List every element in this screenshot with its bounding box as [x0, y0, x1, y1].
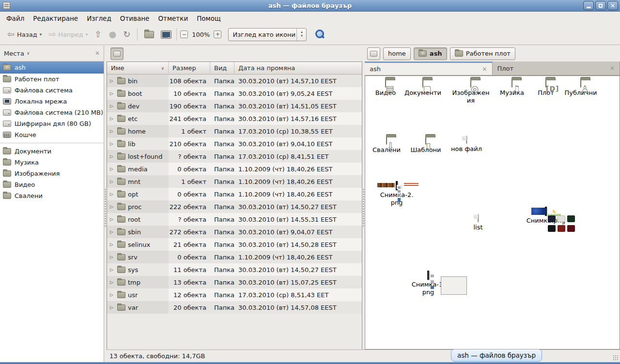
sidebar-item[interactable]: Работен плот	[0, 74, 104, 85]
menu-item[interactable]: Изглед	[82, 13, 116, 24]
sidebar-title[interactable]: Места	[4, 50, 24, 57]
back-button[interactable]: ⇦ Назад ▾	[4, 27, 45, 42]
expander-icon[interactable]: ▷	[110, 129, 115, 134]
menu-item[interactable]: Помощ	[192, 13, 225, 24]
sidebar-item[interactable]: Свалени	[0, 190, 104, 201]
file-item-list[interactable]: list	[461, 214, 495, 231]
expander-icon[interactable]: ▷	[110, 267, 115, 272]
folder-item-video[interactable]: ▤ Видео	[365, 80, 406, 97]
folder-item-templates[interactable]: ▯ Шаблони	[405, 137, 446, 154]
expander-icon[interactable]: ▷	[110, 78, 115, 83]
sidebar-item[interactable]: Кошче	[0, 129, 104, 140]
expander-icon[interactable]: ▷	[110, 305, 115, 310]
sidebar-item[interactable]: Изображения	[0, 168, 104, 179]
sidebar-item[interactable]: Видео	[0, 179, 104, 190]
folder-item-downloads[interactable]: ⇩ Свалени	[366, 137, 407, 154]
table-row[interactable]: ▷ sbin 272 обекта Папка 30.03.2010 (вт) …	[107, 226, 362, 238]
table-row[interactable]: ▷ proc 222 обекта Папка 30.03.2010 (вт) …	[107, 200, 362, 213]
menu-item[interactable]: Отметки	[154, 13, 192, 24]
sidebar-item[interactable]: Локална мрежа	[0, 96, 104, 107]
maximize-button[interactable]	[595, 1, 606, 10]
close-button[interactable]: ✕	[607, 1, 618, 10]
spinner-icon[interactable]: ▴▾	[296, 29, 306, 41]
file-item-snimka-2[interactable]: GUADEC Снимка-2.png	[372, 182, 422, 207]
resize-grip-icon[interactable]	[613, 355, 619, 361]
forward-button[interactable]: ⇨ Напред ▾	[45, 27, 91, 42]
file-item-snimka[interactable]: 🦶 GNOME Store Снимка.png	[521, 208, 571, 225]
table-row[interactable]: ▷ sys 11 обекта Папка 30.03.2010 (вт) 14…	[107, 263, 362, 276]
expander-icon[interactable]: ▷	[110, 242, 115, 247]
sidebar-item[interactable]: ash	[0, 61, 104, 74]
view-mode-select[interactable]: Изглед като икони ▴▾	[228, 28, 307, 41]
menu-item[interactable]: Отиване	[116, 13, 154, 24]
sidebar-item[interactable]: Файлова система	[0, 85, 104, 96]
expander-icon[interactable]: ▷	[110, 204, 115, 209]
expander-icon[interactable]: ▷	[110, 116, 115, 121]
menu-item[interactable]: Редактиране	[29, 13, 82, 24]
table-row[interactable]: ▷ dev 190 обекта Папка 30.03.2010 (вт) 1…	[107, 100, 362, 112]
table-row[interactable]: ▷ home 1 обект Папка 17.03.2010 (ср) 10,…	[107, 125, 362, 137]
file-item-new-file[interactable]: нов файл	[446, 136, 487, 153]
path-root-button[interactable]	[367, 47, 380, 60]
table-row[interactable]: ▷ tmp 13 обекта Папка 30.03.2010 (вт) 15…	[107, 276, 362, 288]
menu-item[interactable]: Файл	[2, 13, 29, 24]
expander-icon[interactable]: ▷	[110, 292, 115, 297]
expander-icon[interactable]: ▷	[110, 217, 115, 222]
folder-item-images[interactable]: ◎ Изображения	[451, 80, 490, 105]
computer-button[interactable]	[157, 27, 173, 42]
table-row[interactable]: ▷ srv 0 обекта Папка 1.10.2009 (чт) 18,4…	[107, 251, 362, 263]
path-desktop-button[interactable]: Работен плот	[450, 47, 515, 60]
pane-splitter[interactable]	[104, 46, 107, 362]
zoom-out-button[interactable]: −	[180, 30, 188, 38]
expander-icon[interactable]: ▷	[110, 154, 115, 159]
path-home-button[interactable]: home	[383, 47, 411, 60]
sidebar-item[interactable]: Музика	[0, 157, 104, 168]
zoom-in-button[interactable]: +	[214, 30, 221, 38]
tab-ash[interactable]: ash ✕	[365, 61, 493, 75]
table-row[interactable]: ▷ opt 0 обекта Папка 1.10.2009 (чт) 18,4…	[107, 188, 362, 200]
path-current-button[interactable]: ash	[414, 47, 447, 60]
table-row[interactable]: ▷ media 0 обекта Папка 1.10.2009 (чт) 18…	[107, 163, 362, 175]
stop-button[interactable]: ●	[105, 27, 120, 42]
expander-icon[interactable]: ▷	[110, 167, 115, 171]
sidebar-item[interactable]: Документи	[0, 146, 104, 157]
tab-close-icon[interactable]: ✕	[482, 66, 487, 73]
minimize-button[interactable]	[583, 1, 594, 10]
expander-icon[interactable]: ▷	[110, 179, 115, 184]
tab-close-icon[interactable]: ✕	[610, 65, 615, 72]
table-row[interactable]: ▷ var 20 обекта Папка 30.03.2010 (вт) 14…	[107, 301, 362, 314]
table-row[interactable]: ▷ bin 108 обекта Папка 30.03.2010 (вт) 1…	[107, 75, 362, 87]
table-row[interactable]: ▷ usr 12 обекта Папка 17.03.2010 (ср) 8,…	[107, 288, 362, 301]
expander-icon[interactable]: ▷	[110, 280, 115, 285]
folder-item-documents[interactable]: ▢ Документи	[403, 80, 443, 97]
table-row[interactable]: ▷ mnt 1 обект Папка 1.10.2009 (чт) 18,40…	[107, 175, 362, 188]
sidebar-item[interactable]: Файлова система (210 MB)	[0, 107, 104, 118]
search-icon[interactable]	[314, 29, 325, 40]
sidebar-close-icon[interactable]: ✕	[95, 50, 100, 57]
column-header-type[interactable]: Вид	[210, 62, 234, 74]
sidebar-item[interactable]: Шифриран дял (80 GB)	[0, 118, 104, 129]
table-row[interactable]: ▷ lost+found ? обекта Папка 17.03.2010 (…	[107, 150, 362, 163]
table-row[interactable]: ▷ selinux 21 обекта Папка 30.03.2010 (вт…	[107, 238, 362, 251]
table-row[interactable]: ▷ boot 10 обекта Папка 30.03.2010 (вт) 9…	[107, 87, 362, 100]
file-item-snimka-1[interactable]: Снимка-1.png	[402, 272, 454, 297]
expander-icon[interactable]: ▷	[110, 141, 115, 146]
column-header-name[interactable]: Име ∨	[107, 62, 169, 74]
column-header-date[interactable]: Дата на промяна	[234, 62, 362, 74]
icon-view[interactable]: ▤ Видео ▢ Документи ◎ Изображения ♫	[365, 76, 620, 349]
expander-icon[interactable]: ▷	[110, 104, 115, 108]
up-button[interactable]: ⇧	[91, 27, 105, 42]
table-row[interactable]: ▷ root ? обекта Папка 30.03.2010 (вт) 14…	[107, 213, 362, 226]
path-root-button[interactable]	[110, 47, 124, 60]
expander-icon[interactable]: ▷	[110, 255, 115, 259]
table-row[interactable]: ▷ lib 210 обекта Папка 30.03.2010 (вт) 9…	[107, 137, 362, 150]
tab-desktop[interactable]: Плот ✕	[493, 61, 620, 75]
expander-icon[interactable]: ▷	[110, 192, 115, 197]
folder-item-public[interactable]: ♙ Публични	[560, 80, 601, 97]
reload-button[interactable]: ↻	[120, 27, 134, 42]
home-button[interactable]	[141, 27, 157, 42]
expander-icon[interactable]: ▷	[110, 229, 115, 234]
table-row[interactable]: ▷ etc 241 обекта Папка 30.03.2010 (вт) 1…	[107, 112, 362, 125]
expander-icon[interactable]: ▷	[110, 91, 115, 96]
column-header-size[interactable]: Размер	[169, 62, 210, 74]
